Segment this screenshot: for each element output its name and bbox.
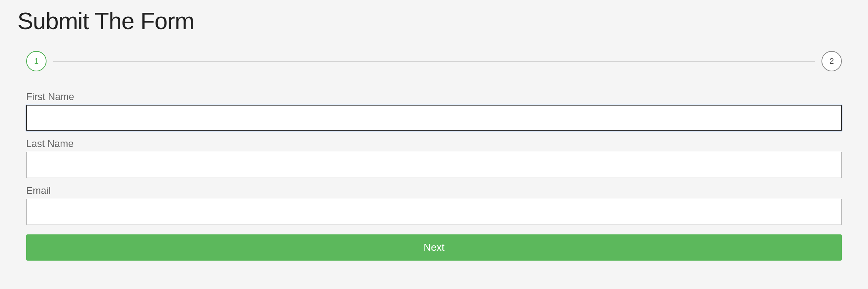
next-button[interactable]: Next xyxy=(26,234,842,261)
email-input[interactable] xyxy=(26,199,842,225)
step-line xyxy=(53,61,815,62)
last-name-input[interactable] xyxy=(26,152,842,178)
first-name-input[interactable] xyxy=(26,105,842,131)
form-group-email: Email xyxy=(26,185,842,225)
form-group-last-name: Last Name xyxy=(26,138,842,178)
form: First Name Last Name Email Next xyxy=(17,91,851,261)
step-1-indicator[interactable]: 1 xyxy=(26,51,47,71)
page-title: Submit The Form xyxy=(17,7,851,35)
form-group-first-name: First Name xyxy=(26,91,842,131)
last-name-label: Last Name xyxy=(26,138,842,150)
stepper: 1 2 xyxy=(26,51,842,71)
first-name-label: First Name xyxy=(26,91,842,103)
email-label: Email xyxy=(26,185,842,197)
step-2-indicator[interactable]: 2 xyxy=(821,51,842,71)
